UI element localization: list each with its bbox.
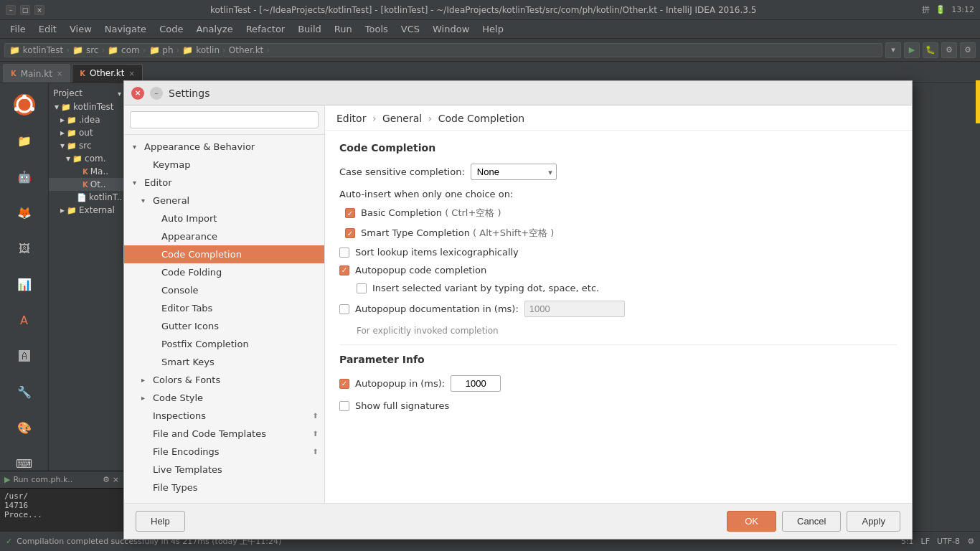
tree-item-file-templates[interactable]: File and Code Templates ⬆ bbox=[124, 425, 324, 443]
menu-refactor[interactable]: Refactor bbox=[240, 22, 291, 37]
case-sensitive-select[interactable]: None First letter All bbox=[471, 164, 557, 180]
tree-item-appearance[interactable]: Appearance bbox=[124, 227, 324, 245]
cb-full-sigs[interactable] bbox=[339, 401, 349, 411]
cb-sort-lookup[interactable] bbox=[339, 248, 349, 258]
project-external[interactable]: ▸ 📁 External bbox=[49, 204, 126, 217]
settings-search-input[interactable] bbox=[130, 111, 319, 128]
dialog-minimize-button[interactable]: – bbox=[150, 87, 163, 100]
param-autopopup-input[interactable] bbox=[451, 375, 501, 392]
menu-help[interactable]: Help bbox=[476, 22, 509, 37]
cb-basic-completion[interactable] bbox=[345, 208, 355, 218]
sidebar-ubuntu-icon[interactable] bbox=[9, 89, 40, 121]
cancel-button[interactable]: Cancel bbox=[782, 511, 841, 532]
tree-item-editor-tabs[interactable]: Editor Tabs bbox=[124, 299, 324, 317]
sidebar-spreadsheet-icon[interactable]: 📊 bbox=[9, 268, 40, 300]
menu-file[interactable]: File bbox=[4, 22, 32, 37]
tab-main-kt[interactable]: K Main.kt × bbox=[3, 64, 70, 83]
project-other[interactable]: K Ot.. bbox=[49, 178, 126, 191]
tree-item-auto-import[interactable]: Auto Import bbox=[124, 209, 324, 227]
sidebar-font-icon[interactable]: A bbox=[9, 304, 40, 336]
project-com[interactable]: ▾ 📁 com. bbox=[49, 152, 126, 165]
tree-item-editor[interactable]: ▾ Editor bbox=[124, 174, 324, 192]
sidebar-tools-icon[interactable]: 🔧 bbox=[9, 376, 40, 408]
menu-code[interactable]: Code bbox=[154, 22, 189, 37]
tree-item-appearance-behavior[interactable]: ▾ Appearance & Behavior bbox=[124, 138, 324, 156]
sidebar-firefox-icon[interactable]: 🦊 bbox=[9, 197, 40, 228]
tree-item-inspections[interactable]: Inspections ⬆ bbox=[124, 407, 324, 425]
tab-other-kt-label: Other.kt bbox=[90, 68, 124, 78]
sidebar-image-icon[interactable]: 🖼 bbox=[9, 232, 40, 264]
tree-item-general[interactable]: ▾ General bbox=[124, 192, 324, 209]
tree-item-colors-fonts[interactable]: ▸ Colors & Fonts bbox=[124, 371, 324, 389]
menu-vcs[interactable]: VCS bbox=[395, 22, 425, 37]
toolbar-breadcrumb: 📁 kotlinTest › 📁 src › 📁 com › 📁 ph › 📁 … bbox=[4, 43, 882, 57]
settings-button[interactable]: ⚙ bbox=[960, 42, 976, 58]
status-lf[interactable]: LF bbox=[921, 537, 930, 546]
run-tab-gear[interactable]: ⚙ bbox=[103, 475, 110, 484]
tree-item-live-templates[interactable]: Live Templates bbox=[124, 461, 324, 479]
cb-smart-type[interactable] bbox=[345, 228, 355, 238]
project-panel-collapse[interactable]: ▾ bbox=[118, 90, 121, 98]
autopopup-doc-input bbox=[524, 301, 625, 317]
sidebar-project-icon[interactable]: 📁 bbox=[9, 125, 40, 156]
tree-item-code-style[interactable]: ▸ Code Style bbox=[124, 389, 324, 407]
tab-main-kt-close[interactable]: × bbox=[57, 70, 62, 77]
code-style-label: Code Style bbox=[153, 392, 203, 403]
appearance-behavior-label: Appearance & Behavior bbox=[144, 141, 255, 152]
menu-build[interactable]: Build bbox=[292, 22, 327, 37]
sidebar-android-icon[interactable]: 🤖 bbox=[9, 161, 40, 192]
project-out[interactable]: ▸ 📁 out bbox=[49, 126, 126, 139]
run-config-selector[interactable]: ▾ bbox=[885, 42, 901, 58]
menu-window[interactable]: Window bbox=[427, 22, 475, 37]
smart-keys-label: Smart Keys bbox=[161, 357, 215, 367]
tree-item-postfix[interactable]: Postfix Completion bbox=[124, 335, 324, 353]
tree-item-keymap[interactable]: Keymap bbox=[124, 156, 324, 174]
cb-autopopup-doc[interactable] bbox=[339, 304, 349, 314]
code-folding-label: Code Folding bbox=[161, 267, 222, 278]
sidebar-paint-icon[interactable]: 🎨 bbox=[9, 412, 40, 443]
apply-button[interactable]: Apply bbox=[847, 511, 900, 532]
idea-arrow: ▸ bbox=[60, 115, 65, 125]
tree-item-file-types[interactable]: File Types bbox=[124, 479, 324, 496]
tree-item-gutter-icons[interactable]: Gutter Icons bbox=[124, 317, 324, 335]
project-main[interactable]: K Ma.. bbox=[49, 165, 126, 178]
menu-view[interactable]: View bbox=[64, 22, 98, 37]
case-sensitive-dropdown-wrapper[interactable]: None First letter All bbox=[471, 164, 557, 180]
cb-insert-variant[interactable] bbox=[357, 283, 367, 293]
status-encoding[interactable]: UTF-8 bbox=[937, 537, 960, 546]
help-button[interactable]: Help bbox=[136, 511, 185, 532]
tree-item-smart-keys[interactable]: Smart Keys bbox=[124, 353, 324, 371]
build-button[interactable]: ⚙ bbox=[941, 42, 957, 58]
tree-item-code-folding[interactable]: Code Folding bbox=[124, 263, 324, 281]
sidebar-amazon-icon[interactable]: 🅰 bbox=[9, 340, 40, 372]
tree-item-console[interactable]: Console bbox=[124, 281, 324, 299]
window-controls[interactable]: – □ × bbox=[6, 5, 44, 15]
ext-arrow: ▸ bbox=[60, 205, 65, 215]
tree-item-file-encodings[interactable]: File Encodings ⬆ bbox=[124, 443, 324, 461]
run-button[interactable]: ▶ bbox=[904, 42, 920, 58]
cb-autopopup[interactable] bbox=[339, 265, 349, 276]
project-root[interactable]: ▾ 📁 kotlinTest bbox=[49, 100, 126, 113]
window-minimize[interactable]: – bbox=[6, 5, 16, 15]
tab-other-kt-close[interactable]: × bbox=[128, 70, 134, 77]
menu-analyze[interactable]: Analyze bbox=[190, 22, 238, 37]
menu-navigate[interactable]: Navigate bbox=[99, 22, 152, 37]
ok-button[interactable]: OK bbox=[727, 511, 776, 532]
settings-dialog: × – Settings ▾ Appearance & Behavior Key… bbox=[123, 80, 913, 540]
colors-fonts-label: Colors & Fonts bbox=[153, 375, 220, 385]
debug-button[interactable]: 🐛 bbox=[923, 42, 938, 58]
dialog-close-button[interactable]: × bbox=[131, 87, 144, 100]
menu-tools[interactable]: Tools bbox=[359, 22, 394, 37]
run-tab-close[interactable]: × bbox=[113, 475, 119, 484]
menu-edit[interactable]: Edit bbox=[33, 22, 62, 37]
settings-search-box[interactable] bbox=[124, 105, 324, 135]
window-maximize[interactable]: □ bbox=[20, 5, 30, 15]
cb-param-autopopup[interactable] bbox=[339, 379, 349, 389]
project-src[interactable]: ▾ 📁 src bbox=[49, 139, 126, 152]
auto-insert-label: Auto-insert when only one choice on: bbox=[339, 189, 897, 199]
project-kotlint[interactable]: 📄 kotlinT.. bbox=[49, 191, 126, 204]
project-idea[interactable]: ▸ 📁 .idea bbox=[49, 113, 126, 126]
menu-run[interactable]: Run bbox=[329, 22, 358, 37]
tree-item-code-completion[interactable]: Code Completion bbox=[124, 245, 324, 263]
window-close[interactable]: × bbox=[34, 5, 44, 15]
